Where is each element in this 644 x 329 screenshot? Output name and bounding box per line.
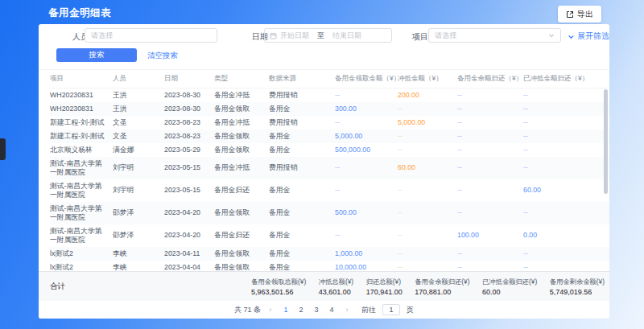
- table-header: 项目人员日期类型数据来源备用金领取金额（¥）冲抵金额（¥）备用金余额归还（¥）已…: [50, 70, 609, 88]
- clear-search-link[interactable]: 清空搜索: [147, 51, 178, 61]
- project-select[interactable]: 请选择: [428, 28, 561, 43]
- cell-balance-returned: --: [457, 202, 523, 224]
- page-number-button[interactable]: 2: [295, 304, 307, 315]
- cell-person: 李峡: [113, 247, 164, 261]
- date-start-placeholder[interactable]: 开始日期: [280, 31, 309, 41]
- cell-offset-amount: --: [398, 143, 457, 157]
- cell-offset-amount: 60.00: [398, 157, 457, 179]
- cell-balance-returned: --: [457, 179, 523, 202]
- cell-received-amount: --: [335, 88, 398, 102]
- date-end-placeholder[interactable]: 结束日期: [332, 31, 361, 41]
- cell-type: 备用金归还: [214, 224, 269, 247]
- cell-offset-returned: --: [523, 143, 609, 157]
- side-handle[interactable]: [0, 138, 6, 160]
- cell-offset-amount: --: [398, 130, 457, 143]
- expand-chevron-down-icon: [568, 33, 575, 40]
- page-number-button[interactable]: 3: [311, 304, 322, 315]
- cell-received-amount: 500.00: [335, 202, 398, 224]
- cell-offset-amount: --: [398, 224, 457, 247]
- cell-source: 费用报销: [269, 88, 335, 102]
- summary-item-label: 已冲抵金额归还(¥): [482, 278, 537, 286]
- cell-received-amount: 500,000.00: [335, 143, 398, 157]
- table-row[interactable]: lx测试2 李峡 2023-04-04 备用金领取 备用金 10,000.00 …: [50, 261, 609, 271]
- cell-offset-amount: --: [398, 261, 457, 271]
- page-number-button[interactable]: 1: [280, 304, 291, 315]
- cell-person: 邵梦泽: [113, 224, 164, 247]
- next-page-button[interactable]: ›: [341, 304, 353, 315]
- cell-date: 2023-05-15: [164, 179, 214, 202]
- column-header: 类型: [214, 70, 269, 88]
- cell-project: 测试-南昌大学第一附属医院: [50, 179, 113, 202]
- cell-date: 2023-08-23: [164, 116, 214, 130]
- table-row[interactable]: 北京顺义杨林 满金娜 2023-05-29 备用金领取 备用金 500,000.…: [50, 143, 609, 157]
- cell-person: 刘宇明: [113, 179, 164, 202]
- project-filter-label: 项目: [412, 31, 428, 43]
- cell-received-amount: 1,000.00: [335, 247, 398, 261]
- summary-total-label: 合计: [50, 282, 251, 292]
- table-row[interactable]: 新建工程-刘-测试 文圣 2023-08-23 备用金领取 备用金 5,000.…: [50, 130, 609, 143]
- main-card: 人员 日期 开始日期 至 结束日期 项目 请选择: [39, 24, 609, 319]
- calendar-icon: [270, 32, 277, 39]
- goto-suffix-label: 页: [407, 305, 414, 315]
- cell-balance-returned: --: [457, 157, 523, 179]
- cell-date: 2023-04-11: [164, 247, 214, 261]
- cell-date: 2023-05-29: [164, 143, 214, 157]
- summary-item-label: 冲抵总额(¥): [319, 278, 353, 286]
- person-input[interactable]: [85, 28, 217, 43]
- cell-offset-amount: --: [398, 202, 457, 224]
- screen: 备用金明细表 导出 人员 日期 开始日期 至 结束: [0, 0, 644, 329]
- table-row[interactable]: 测试-南昌大学第一附属医院 邵梦泽 2023-04-20 备用金归还 备用金 -…: [50, 224, 609, 247]
- expand-filters-link[interactable]: 展开筛选: [568, 31, 609, 42]
- cell-project: 新建工程-刘-测试: [50, 130, 113, 143]
- cell-balance-returned: --: [457, 143, 523, 157]
- search-button[interactable]: 搜索: [56, 48, 137, 62]
- table-row[interactable]: 测试-南昌大学第一附属医院 刘宇明 2023-05-15 备用金归还 备用金 -…: [50, 179, 609, 202]
- export-icon: [566, 10, 574, 19]
- summary-row: 合计 备用金领取总额(¥) 5,963,501.56 冲抵总额(¥) 43,60…: [39, 271, 609, 301]
- cell-received-amount: 5,000.00: [335, 130, 398, 143]
- cell-balance-returned: --: [457, 261, 523, 271]
- summary-item: 归还总额(¥) 170,941.00: [366, 278, 402, 296]
- page-numbers: 1234: [280, 304, 337, 315]
- column-header: 已冲抵金额归还（¥）: [523, 70, 609, 88]
- table-row[interactable]: lx测试2 李峡 2023-04-11 备用金领取 备用金 1,000.00 -…: [50, 247, 609, 261]
- project-select-placeholder: 请选择: [435, 31, 456, 41]
- table-row[interactable]: 新建工程-刘-测试 文圣 2023-08-23 备用金冲抵 费用报销 -- 5,…: [50, 116, 609, 130]
- cell-offset-returned: --: [523, 247, 609, 261]
- summary-item-value: 60.00: [482, 288, 537, 296]
- cell-source: 备用金: [269, 130, 335, 143]
- table-row[interactable]: 测试-南昌大学第一附属医院 刘宇明 2023-05-15 备用金冲抵 费用报销 …: [50, 157, 609, 179]
- cell-type: 备用金领取: [214, 202, 269, 224]
- column-header: 冲抵金额（¥）: [398, 70, 457, 88]
- cell-source: 备用金: [269, 202, 335, 224]
- export-button-label: 导出: [577, 9, 593, 20]
- cell-balance-returned: --: [457, 247, 523, 261]
- summary-item: 备用金余额归还(¥) 170,881.00: [415, 278, 469, 296]
- cell-person: 邵梦泽: [113, 202, 164, 224]
- column-header: 项目: [50, 70, 113, 88]
- cell-project: lx测试2: [50, 247, 113, 261]
- cell-person: 文圣: [113, 116, 164, 130]
- date-range-picker[interactable]: 开始日期 至 结束日期: [264, 28, 392, 43]
- previous-page-button[interactable]: ‹: [265, 304, 276, 315]
- column-header: 数据来源: [269, 70, 335, 88]
- summary-item-value: 170,941.00: [366, 288, 402, 296]
- cell-project: 北京顺义杨林: [50, 143, 113, 157]
- chevron-down-icon: [548, 32, 555, 39]
- table-row[interactable]: 测试-南昌大学第一附属医院 邵梦泽 2023-04-20 备用金领取 备用金 5…: [50, 202, 609, 224]
- cell-person: 李峡: [113, 261, 164, 271]
- vertical-scrollbar[interactable]: [604, 89, 608, 194]
- page-number-button[interactable]: 4: [326, 304, 337, 315]
- cell-person: 文圣: [113, 130, 164, 143]
- goto-prefix-label: 前往: [361, 305, 376, 315]
- goto-page-input[interactable]: [382, 304, 400, 315]
- cell-type: 备用金领取: [214, 261, 269, 271]
- cell-source: 备用金: [269, 102, 335, 116]
- table-row[interactable]: WH20230831 王洪 2023-08-30 备用金领取 备用金 300.0…: [50, 102, 609, 116]
- cell-project: 新建工程-刘-测试: [50, 116, 113, 130]
- table-row[interactable]: WH20230831 王洪 2023-08-30 备用金冲抵 费用报销 -- 2…: [50, 88, 609, 102]
- export-button[interactable]: 导出: [558, 6, 601, 23]
- cell-offset-returned: --: [523, 261, 609, 271]
- summary-item-label: 备用金余额归还(¥): [415, 278, 469, 286]
- column-header: 人员: [113, 70, 164, 88]
